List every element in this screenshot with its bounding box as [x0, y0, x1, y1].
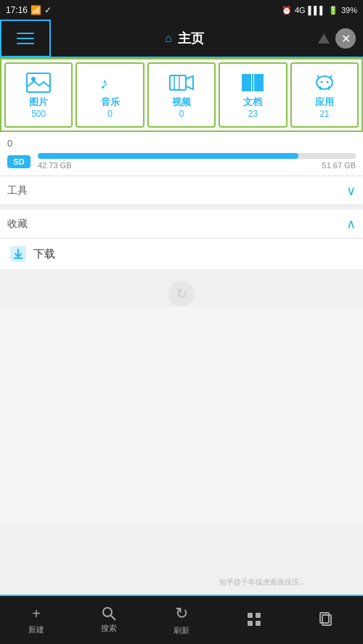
storage-section: 0 SD 42.73 GB 51.67 GB: [0, 132, 363, 176]
storage-total: 51.67 GB: [322, 161, 356, 170]
bottom-search[interactable]: 搜索: [73, 596, 145, 644]
category-images[interactable]: 图片 500: [4, 62, 73, 128]
svg-rect-0: [27, 73, 50, 92]
menu-button[interactable]: [0, 20, 51, 57]
storage-used: 42.73 GB: [38, 161, 71, 170]
copy-icon: [319, 612, 334, 627]
apps-count: 21: [319, 109, 329, 119]
tools-chevron-icon: ∨: [346, 183, 356, 199]
refresh-label: 刷新: [174, 625, 189, 636]
svg-text:♪: ♪: [100, 74, 108, 92]
favorites-section[interactable]: 收藏 ∧: [0, 210, 363, 239]
images-count: 500: [31, 109, 46, 119]
svg-rect-20: [248, 621, 253, 626]
header-title-area: ⌂ 主页: [51, 30, 318, 47]
tools-label: 工具: [7, 184, 28, 197]
docs-count: 23: [248, 109, 258, 119]
bottom-bar: + 新建 搜索 ↻ 刷新: [0, 595, 363, 644]
svg-line-17: [111, 616, 115, 620]
alarm-icon: ⏰: [282, 6, 292, 15]
music-count: 0: [107, 109, 113, 119]
video-label: 视频: [172, 96, 191, 109]
svg-rect-21: [256, 621, 261, 626]
signal-arrow-icon: [318, 33, 330, 44]
new-label: 新建: [28, 624, 44, 635]
svg-rect-3: [170, 75, 186, 90]
storage-count: 0: [7, 138, 356, 149]
bottom-grid[interactable]: [218, 596, 290, 644]
svg-rect-18: [248, 613, 253, 618]
signal-4g: 4G: [295, 6, 306, 15]
category-video[interactable]: 视频 0: [147, 62, 216, 128]
svg-rect-7: [254, 74, 264, 91]
grid-icon: [247, 612, 261, 627]
svg-point-16: [103, 608, 112, 616]
watermark: 知乎@千年猛虎蔷薇按压...: [219, 577, 306, 587]
content-area: [0, 307, 363, 524]
time-display: 17:16: [6, 5, 28, 15]
music-label: 音乐: [101, 96, 120, 109]
download-label: 下载: [33, 247, 55, 261]
svg-rect-23: [320, 613, 329, 623]
wifi-text: ✓: [44, 5, 52, 15]
refresh-hint: ↻: [168, 281, 195, 307]
new-icon: +: [32, 606, 41, 622]
svg-point-1: [31, 77, 36, 81]
hamburger-icon: [17, 33, 34, 44]
bottom-refresh[interactable]: ↻ 刷新: [145, 596, 218, 644]
video-icon: [169, 73, 194, 93]
close-button[interactable]: ✕: [335, 28, 356, 49]
home-icon: ⌂: [165, 32, 172, 45]
signal-bars: ▌▌▌: [309, 6, 325, 15]
svg-rect-6: [242, 74, 251, 91]
download-icon: [10, 246, 26, 262]
header: ⌂ 主页 ✕: [0, 20, 363, 58]
bottom-copy[interactable]: [290, 596, 363, 644]
page-title: 主页: [178, 30, 204, 47]
docs-label: 文档: [243, 96, 262, 109]
category-apps[interactable]: 应用 21: [290, 62, 359, 128]
refresh-icon: ↻: [175, 604, 188, 623]
battery-icon: 🔋: [328, 6, 338, 15]
header-actions: ✕: [318, 28, 363, 49]
music-icon: ♪: [98, 73, 123, 93]
download-item[interactable]: 下载: [0, 239, 363, 269]
battery-percent: 39%: [341, 6, 357, 15]
storage-row: SD 42.73 GB 51.67 GB: [7, 153, 356, 170]
svg-rect-22: [322, 615, 331, 625]
svg-rect-19: [256, 613, 261, 618]
bottom-new[interactable]: + 新建: [0, 596, 73, 644]
video-count: 0: [179, 109, 184, 119]
book-icon: [240, 73, 265, 93]
storage-bar: [38, 153, 356, 159]
storage-info: 42.73 GB 51.67 GB: [38, 161, 356, 170]
search-label: 搜索: [101, 623, 117, 634]
apps-label: 应用: [315, 96, 334, 109]
android-icon: [312, 73, 337, 93]
search-icon: [102, 606, 116, 621]
wifi-icon: 📶: [30, 5, 41, 15]
favorites-label: 收藏: [7, 218, 28, 231]
sd-badge: SD: [7, 155, 30, 168]
category-grid: 图片 500 ♪ 音乐 0 视频 0 文档 23: [0, 58, 363, 132]
category-docs[interactable]: 文档 23: [219, 62, 287, 128]
svg-point-11: [326, 81, 328, 83]
images-label: 图片: [29, 96, 48, 109]
storage-bar-fill: [38, 153, 298, 159]
status-bar: 17:16 📶 ✓ ⏰ 4G ▌▌▌ 🔋 39%: [0, 0, 363, 20]
category-music[interactable]: ♪ 音乐 0: [76, 62, 144, 128]
image-icon: [26, 73, 51, 93]
svg-point-10: [320, 81, 322, 83]
favorites-chevron-icon: ∧: [346, 216, 356, 232]
tools-section[interactable]: 工具 ∨: [0, 176, 363, 205]
